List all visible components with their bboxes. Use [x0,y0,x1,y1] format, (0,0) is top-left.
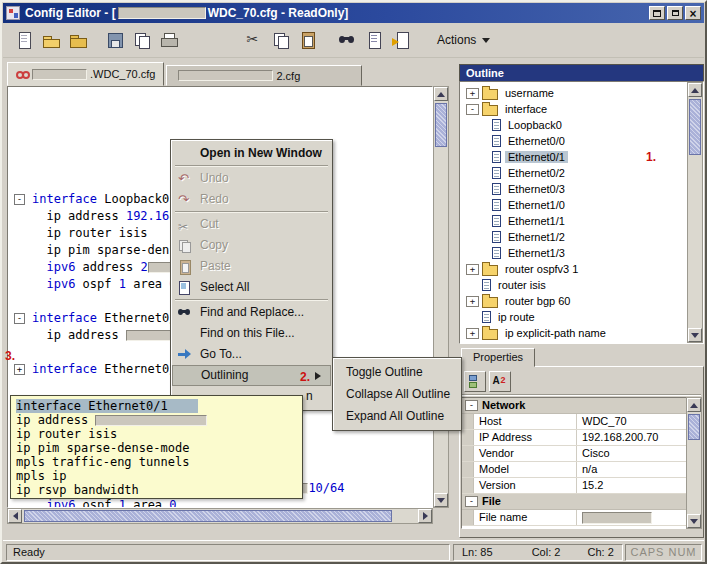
annotation-3: 3. [5,349,15,363]
submenu-item-expand-all-outline[interactable]: Expand All Outline [334,405,460,427]
save-all-button[interactable] [129,28,154,53]
scroll-thumb[interactable] [435,103,447,147]
maximize-button[interactable] [667,6,683,20]
document-goto-button[interactable] [388,28,413,53]
outline-item-ethernet1-0[interactable]: Ethernet1/0 [460,197,703,213]
document-goto-icon [391,30,411,50]
outline-item-ip-explicit-path-name[interactable]: +ip explicit-path name [460,325,703,341]
property-row-version[interactable]: Version15.2 [462,478,701,494]
property-key: IP Address [474,430,577,445]
find-icon [337,30,357,50]
config-node-icon [492,183,501,195]
outline-item-ethernet0-0[interactable]: Ethernet0/0 [460,133,703,149]
tree-expander[interactable]: + [466,296,479,307]
property-row-model[interactable]: Modeln/a [462,462,701,478]
status-line: Ln: 85 [462,545,493,560]
outline-item-ethernet1-3[interactable]: Ethernet1/3 [460,245,703,261]
window-title-prefix: Config Editor - [ [25,6,116,20]
property-value: n/a [577,462,701,477]
close-button[interactable] [685,6,701,20]
outline-item-interface[interactable]: -interface [460,101,703,117]
scroll-down-button[interactable] [434,493,448,507]
minimize-button[interactable] [649,6,665,20]
paste-button[interactable] [295,28,320,53]
menu-item-find-and-replace[interactable]: Find and Replace... [172,302,331,323]
scroll-left-button[interactable] [8,509,22,523]
find-button[interactable] [334,28,359,53]
outline-item-ethernet0-1[interactable]: Ethernet0/1 [460,149,703,165]
tree-expander[interactable]: + [466,88,479,99]
outline-item-router-ospfv3-1[interactable]: +router ospfv3 1 [460,261,703,277]
fold-toggle[interactable]: + [14,364,25,375]
property-row-vendor[interactable]: VendorCisco [462,446,701,462]
menu-item-find-on-this-file[interactable]: Find on this File... [172,323,331,344]
outline-item-router-isis[interactable]: router isis [460,277,703,293]
outline-item-ip-route[interactable]: ip route [460,309,703,325]
scroll-up-button[interactable] [688,83,702,97]
submenu-item-collapse-all-outline[interactable]: Collapse All Outline [334,383,460,405]
folder-button[interactable] [65,28,90,53]
outline-item-router-bgp-60[interactable]: +router bgp 60 [460,293,703,309]
scroll-down-button[interactable] [688,328,702,342]
fold-toggle[interactable]: - [14,194,25,205]
new-file-button[interactable] [11,28,36,53]
submenu-item-toggle-outline[interactable]: Toggle Outline [334,361,460,383]
outline-tree[interactable]: +username-interfaceLoopback0Ethernet0/0E… [459,81,704,344]
properties-grid[interactable]: -NetworkHostWDC_70IP Address192.168.200.… [461,397,702,529]
outline-scrollbar[interactable] [687,82,703,343]
outline-item-ethernet1-2[interactable]: Ethernet1/2 [460,229,703,245]
document-button[interactable] [361,28,386,53]
editor-horizontal-scrollbar[interactable] [7,508,433,524]
outline-item-label: Ethernet1/3 [505,247,568,259]
property-category-network[interactable]: -Network [462,398,701,414]
folder-icon [482,297,498,308]
outline-item-loopback0[interactable]: Loopback0 [460,117,703,133]
property-row-host[interactable]: HostWDC_70 [462,414,701,430]
find-icon [177,305,193,321]
tree-expander[interactable]: - [466,104,479,115]
categorized-button[interactable] [464,371,486,392]
cut-button[interactable] [241,28,266,53]
scroll-thumb[interactable] [24,510,392,522]
tree-expander[interactable]: + [466,328,479,339]
scroll-up-button[interactable] [687,398,701,412]
maximize-icon [672,10,679,16]
menu-item-select-all[interactable]: Select All [172,277,331,298]
status-bar: Ready Ln: 85 Col: 2 Ch: 2 CAPS NUM [3,540,704,563]
menu-item-open-in-new-window[interactable]: Open in New Window [172,143,331,164]
scroll-up-button[interactable] [434,87,448,101]
code-preview-tooltip: interface Ethernet0/1ip address ip route… [10,395,303,499]
save-button[interactable] [102,28,127,53]
copy-button[interactable] [268,28,293,53]
menu-item-go-to[interactable]: Go To... [172,344,331,365]
tab-properties[interactable]: Properties [461,348,535,367]
outline-item-ethernet0-2[interactable]: Ethernet0/2 [460,165,703,181]
scroll-right-button[interactable] [418,509,432,523]
scroll-thumb[interactable] [689,99,701,155]
property-row-ip-address[interactable]: IP Address192.168.200.70 [462,430,701,446]
tab-config-2[interactable]: 2.cfg [166,65,362,86]
scroll-thumb[interactable] [688,414,700,440]
sort-alphabetical-button[interactable] [489,371,511,392]
editor-vertical-scrollbar[interactable] [433,86,449,508]
tree-expander[interactable]: + [466,264,479,275]
title-bar: Config Editor - [ WDC_70.cfg - ReadOnly] [3,3,704,23]
category-expander[interactable]: - [465,400,478,411]
open-file-button[interactable] [38,28,63,53]
outline-item-ethernet1-1[interactable]: Ethernet1/1 [460,213,703,229]
property-row-file-name[interactable]: File name [462,510,701,526]
status-caps-num: CAPS NUM [625,544,702,561]
category-expander[interactable]: - [465,496,478,507]
property-category-file[interactable]: -File [462,494,701,510]
outline-item-ethernet0-3[interactable]: Ethernet0/3 [460,181,703,197]
tab-config-1[interactable]: .WDC_70.cfg [7,62,164,86]
actions-button[interactable]: Actions [431,28,496,52]
arrow-down-icon [691,333,699,342]
scroll-down-button[interactable] [687,514,701,528]
config-editor-window: Config Editor - [ WDC_70.cfg - ReadOnly]… [0,0,707,564]
print-button[interactable] [156,28,181,53]
properties-scrollbar[interactable] [686,397,702,529]
fold-toggle[interactable]: - [14,313,25,324]
outline-item-username[interactable]: +username [460,85,703,101]
tab-label: 2.cfg [276,70,300,82]
